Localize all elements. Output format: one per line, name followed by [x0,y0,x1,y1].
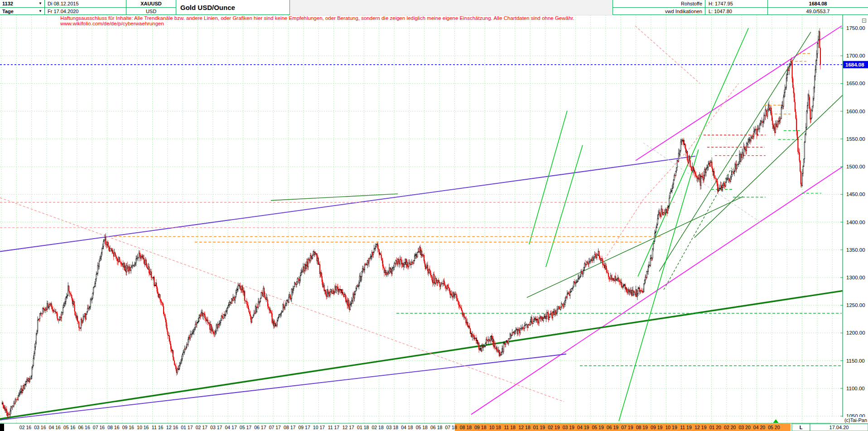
time-tick-label: 11 19 [680,425,692,430]
price-tick-label: 1600.00 [846,109,865,114]
time-tick-label: 07 17 [269,425,281,430]
disclaimer-text: Haftungsausschluss für Inhalte: Alle Tre… [60,15,617,26]
time-tick-label: 06 16 [78,425,90,430]
time-tick-label: 03 19 [563,425,574,430]
time-tick-label: 02 16 [19,425,31,430]
time-tick-label: 05 19 [592,425,603,430]
time-tick-label: 12 19 [694,425,706,430]
time-tick-label: 10 19 [665,425,677,430]
time-tick-label: 12 16 [166,425,178,430]
time-tick-label: 01 19 [533,425,545,430]
price-tick-label: 1250.00 [846,302,865,308]
price-tick-label: 1350.00 [846,247,865,253]
price-tick-label: 1750.00 [846,25,865,31]
symbol-label: XAUUSD [126,0,176,8]
period-high-label: H: 1747.95 [705,0,767,8]
time-tick-label: 04 19 [577,425,589,430]
price-tick-label: 1500.00 [846,164,865,169]
time-tick-label: 12 17 [342,425,354,430]
time-tick-label: 01 17 [181,425,193,430]
price-tick-label: 1100.00 [846,386,865,391]
time-tick-label: 08 16 [107,425,119,430]
time-tick-label: 01 20 [709,425,721,430]
instrument-title: Gold USD/Ounce [176,0,290,15]
time-tick-label: 10 18 [489,425,501,430]
time-tick-label: 02 20 [724,425,736,430]
plot-background [0,15,868,431]
header-spacer [290,0,612,15]
time-tick-label: 04 18 [401,425,413,430]
chevron-down-icon: ▼ [39,10,42,13]
time-tick-label: 03 18 [386,425,398,430]
price-tick-label: 1150.00 [846,358,865,364]
time-tick-label: 08 18 [460,425,472,430]
chart-window: { "header": { "bars_count": "1132", "per… [0,0,868,431]
currency-label: USD [126,8,176,15]
time-tick-label: 01 18 [357,425,369,430]
time-tick-label: 04 20 [753,425,765,430]
price-chart[interactable]: 1750.001700.001650.001600.001550.001500.… [0,0,868,431]
time-tick-label: 07 16 [93,425,105,430]
collapse-icon[interactable]: − [862,19,866,23]
time-tick-label: 08 19 [636,425,648,430]
price-tick-label: 1700.00 [846,53,865,58]
copyright-label: (c)Tai-Pan [844,417,867,423]
time-tick-label: 11 16 [152,425,164,430]
time-tick-label: 07 18 [445,425,457,430]
time-tick-label: 09 18 [474,425,486,430]
time-tick-label: 06 18 [430,425,442,430]
time-tick-label: 03 16 [34,425,46,430]
time-tick-label: 03 17 [210,425,222,430]
period-low-label: L: 1047.80 [705,8,767,15]
period-value: Tage [2,9,14,14]
time-tick-label: 09 16 [122,425,134,430]
period-dropdown[interactable]: Tage ▼ [0,8,45,15]
price-tick-label: 1400.00 [846,220,865,225]
range-info-label: 49.0/553.7 [767,8,868,15]
current-price-badge-text: 1684.08 [845,62,864,67]
time-tick-label: 04 17 [225,425,236,430]
time-tick-label: 09 17 [298,425,310,430]
time-tick-label: 04 16 [49,425,61,430]
time-tick-label: 07 19 [621,425,633,430]
time-tick-label: 08 17 [284,425,295,430]
header-bar: 1132 ▼ Tage ▼ Di 08.12.2015 Fr 17.04.202… [0,0,868,15]
date-to-field[interactable]: Fr 17.04.2020 [45,8,126,15]
last-price-label: 1684.08 [767,0,868,8]
category-label: Rohstoffe [612,0,705,8]
time-tick-label: 11 18 [504,425,516,430]
time-tick-label: 02 19 [548,425,559,430]
chevron-down-icon: ▼ [39,2,42,5]
time-tick-label: 09 19 [651,425,662,430]
price-axis[interactable]: 1750.001700.001650.001600.001550.001500.… [840,15,868,431]
time-tick-label: 06 19 [607,425,618,430]
date-from-field[interactable]: Di 08.12.2015 [45,0,126,8]
bars-count-dropdown[interactable]: 1132 ▼ [0,0,45,8]
datasource-label: vwd Indikationen [612,8,705,15]
time-tick-label: 03 20 [738,425,750,430]
time-tick-label: 02 18 [371,425,383,430]
time-tick-label: 11 17 [328,425,340,430]
axis-corner-box [0,424,4,431]
time-tick-label: 12 18 [518,425,530,430]
time-tick-label: 10 16 [137,425,149,430]
price-tick-label: 1650.00 [846,81,865,86]
price-tick-label: 1200.00 [846,330,865,335]
price-tick-label: 1300.00 [846,275,865,280]
svg-text:L: L [800,425,803,430]
price-tick-label: 1450.00 [846,192,865,197]
time-tick-label: 06 17 [254,425,266,430]
bars-count-value: 1132 [2,1,13,6]
time-tick-label: 05 20 [768,425,780,430]
time-tick-label: 02 17 [196,425,207,430]
time-tick-label: 05 18 [416,425,428,430]
axis-date-label: 17.04.20 [829,425,849,430]
time-tick-label: 05 16 [63,425,75,430]
time-tick-label: 10 17 [313,425,325,430]
time-tick-label: 05 17 [240,425,251,430]
price-tick-label: 1550.00 [846,136,865,142]
